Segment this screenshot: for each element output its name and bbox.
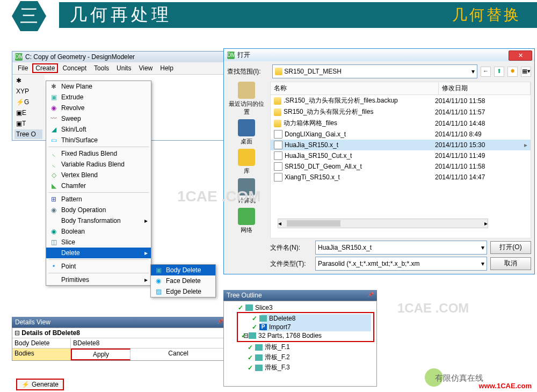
selection-box: ✓BDelete8✓PImport7⊟✓32 Parts, 1768 Bodie… bbox=[237, 312, 374, 342]
file-row[interactable]: 动力箱体网格_files2014/11/10 14:48 bbox=[271, 118, 531, 129]
tree-header: Tree Outline📌 bbox=[223, 290, 377, 301]
menu-item-fixed-radius-blend[interactable]: ◟Fixed Radius Blend bbox=[46, 148, 151, 159]
menu-item-slice[interactable]: ◫Slice bbox=[46, 237, 151, 248]
menu-item-body-transformation[interactable]: Body Transformation▸ bbox=[46, 215, 151, 226]
menu-concept[interactable]: Concept bbox=[59, 63, 90, 73]
dialog-cancel-button[interactable]: 取消 bbox=[490, 257, 531, 270]
up-button[interactable]: ⬆ bbox=[494, 67, 504, 77]
menu-icon: ◉ bbox=[49, 206, 58, 214]
file-row[interactable]: SR150_动力头有限元分析_files2014/11/10 11:57 bbox=[271, 106, 531, 118]
tree-item[interactable]: ✓滑板_F.1 bbox=[257, 342, 374, 352]
header-bar: 几何再处理 几何替换 bbox=[59, 2, 537, 28]
pin-icon[interactable]: 📌 bbox=[217, 318, 223, 326]
pin-icon[interactable]: 📌 bbox=[367, 292, 374, 297]
menu-item-extrude[interactable]: ▣Extrude bbox=[46, 92, 151, 103]
place-库[interactable]: 库 bbox=[238, 149, 255, 175]
file-row[interactable]: HuaJia_SR150.x_t2014/11/10 15:30▸ bbox=[271, 140, 531, 150]
menu-item-pattern[interactable]: ⊞Pattern bbox=[46, 194, 151, 205]
new-folder-button[interactable]: ✸ bbox=[507, 67, 518, 77]
place-计算机[interactable]: 计算机 bbox=[238, 178, 256, 205]
menu-item-skin/loft[interactable]: ◢Skin/Loft bbox=[46, 124, 151, 135]
menu-item-thin/surface[interactable]: ▭Thin/Surface bbox=[46, 135, 151, 146]
toolbar-left: ✱XYP⚡G▣E▣TTree O bbox=[12, 75, 45, 140]
menu-item-new-plane[interactable]: ✱New Plane bbox=[46, 81, 151, 92]
place-网络[interactable]: 网络 bbox=[238, 208, 255, 234]
place-icon bbox=[238, 119, 255, 136]
menu-item-body-operation[interactable]: ◉Body Operation bbox=[46, 205, 151, 215]
tree-item[interactable]: ✓BDelete8 bbox=[262, 314, 371, 323]
horizontal-scrollbar[interactable]: ◂▸ bbox=[278, 219, 488, 228]
menu-units[interactable]: Units bbox=[113, 63, 134, 73]
submenu-item-face-delete[interactable]: ◉Face Delete bbox=[151, 275, 215, 286]
menu-item-revolve[interactable]: ◉Revolve bbox=[46, 103, 151, 113]
place-icon bbox=[238, 149, 255, 166]
menu-item-variable-radius-blend[interactable]: ◟Variable Radius Blend bbox=[46, 159, 151, 170]
menu-icon: ◣ bbox=[49, 182, 58, 190]
toolbar-item[interactable]: ⚡G bbox=[14, 97, 42, 107]
generate-button[interactable]: ⚡ Generate bbox=[16, 379, 64, 390]
menu-item-chamfer[interactable]: ◣Chamfer bbox=[46, 180, 151, 191]
file-row[interactable]: XiangTi_SR150.x_t2014/11/10 14:47 bbox=[271, 172, 531, 183]
menu-item-sweep[interactable]: 〰Sweep bbox=[46, 113, 151, 124]
menu-icon: ◟ bbox=[49, 149, 58, 158]
place-最近访问的位置[interactable]: 最近访问的位置 bbox=[227, 82, 266, 116]
menu-item-point[interactable]: •Point bbox=[46, 261, 151, 272]
menu-item-primitives[interactable]: Primitives▸ bbox=[46, 274, 151, 285]
look-in-label: 查找范围(I): bbox=[227, 67, 269, 76]
tree-item[interactable]: ⊟✓32 Parts, 1768 Bodies bbox=[262, 331, 371, 340]
toolbar-item[interactable]: XYP bbox=[14, 86, 42, 96]
file-row[interactable]: SR150_DLT_Geom_All.x_t2014/11/10 11:58 bbox=[271, 161, 531, 172]
close-button[interactable]: ✕ bbox=[509, 50, 532, 61]
file-icon bbox=[274, 141, 282, 149]
menu-icon: ▭ bbox=[49, 136, 58, 144]
file-row[interactable]: HuaJia_SR150_Cut.x_t2014/11/10 11:49 bbox=[271, 150, 531, 161]
menu-icon: ◇ bbox=[49, 171, 58, 179]
file-icon bbox=[274, 151, 282, 160]
menubar: FileCreateConceptToolsUnitsViewHelp bbox=[12, 62, 227, 75]
column-date[interactable]: 修改日期 bbox=[439, 82, 531, 95]
node-icon bbox=[245, 304, 253, 311]
tree-item[interactable]: ✓滑板_F.3 bbox=[257, 362, 374, 373]
toolbar-item[interactable]: ✱ bbox=[14, 76, 42, 85]
folder-icon bbox=[274, 97, 281, 105]
view-menu-button[interactable]: ▦▾ bbox=[521, 67, 531, 77]
menu-help[interactable]: Help bbox=[157, 63, 177, 73]
filename-label: 文件名(N): bbox=[270, 243, 312, 252]
look-in-combo[interactable]: SR150_DLT_MESH ▾ bbox=[272, 64, 477, 78]
menu-icon: ◟ bbox=[49, 160, 58, 169]
check-icon: ✓ bbox=[252, 315, 257, 322]
submenu-arrow-icon: ▸ bbox=[144, 249, 148, 257]
submenu-item-edge-delete[interactable]: ▨Edge Delete bbox=[151, 286, 215, 297]
back-button[interactable]: ← bbox=[481, 67, 491, 77]
detail-key-bodies: Bodies bbox=[12, 349, 71, 360]
menu-view[interactable]: View bbox=[135, 63, 156, 73]
folder-icon bbox=[275, 68, 282, 75]
open-dialog: DM 打开 ✕ 查找范围(I): SR150_DLT_MESH ▾ ← ⬆ ✸ … bbox=[223, 48, 535, 274]
column-name[interactable]: 名称 bbox=[271, 82, 439, 95]
place-桌面[interactable]: 桌面 bbox=[238, 119, 255, 146]
menu-item-delete[interactable]: Delete▸ bbox=[46, 248, 151, 258]
filename-input[interactable]: HuaJia_SR150.x_t▾ bbox=[315, 241, 487, 255]
menu-create[interactable]: Create bbox=[32, 63, 58, 73]
check-icon: ✓ bbox=[248, 354, 253, 361]
menu-item-vertex-blend[interactable]: ◇Vertex Blend bbox=[46, 170, 151, 180]
file-row[interactable]: DongLIXiang_Gai.x_t2014/11/10 8:49 bbox=[271, 129, 531, 140]
file-row[interactable]: .SR150_动力头有限元分析_files.backup2014/11/10 1… bbox=[271, 95, 531, 106]
detail-key: Body Delete bbox=[12, 338, 71, 348]
details-title: ⊟ Details of BDelete8 bbox=[12, 328, 226, 338]
tree-item[interactable]: ✓PImport7 bbox=[262, 323, 371, 331]
toolbar-item[interactable]: ▣T bbox=[14, 119, 42, 128]
menu-item-boolean[interactable]: ◉Boolean bbox=[46, 226, 151, 237]
tree-item[interactable]: ✓滑板_F.2 bbox=[257, 352, 374, 362]
tree-outline-label: Tree O bbox=[14, 129, 42, 139]
submenu-item-body-delete[interactable]: ▣Body Delete bbox=[151, 265, 215, 275]
apply-button[interactable]: Apply bbox=[71, 349, 130, 360]
toolbar-item[interactable]: ▣E bbox=[14, 108, 42, 118]
open-button[interactable]: 打开(O) bbox=[490, 241, 531, 254]
tree-item[interactable]: ✓Slice3 bbox=[248, 303, 374, 312]
menu-tools[interactable]: Tools bbox=[91, 63, 112, 73]
place-icon bbox=[238, 178, 255, 195]
menu-file[interactable]: File bbox=[14, 63, 31, 73]
filetype-combo[interactable]: Parasolid (*.x_t;*.xmt_txt;*.x_b;*.xm▾ bbox=[315, 257, 487, 271]
cancel-button[interactable]: Cancel bbox=[130, 349, 226, 360]
